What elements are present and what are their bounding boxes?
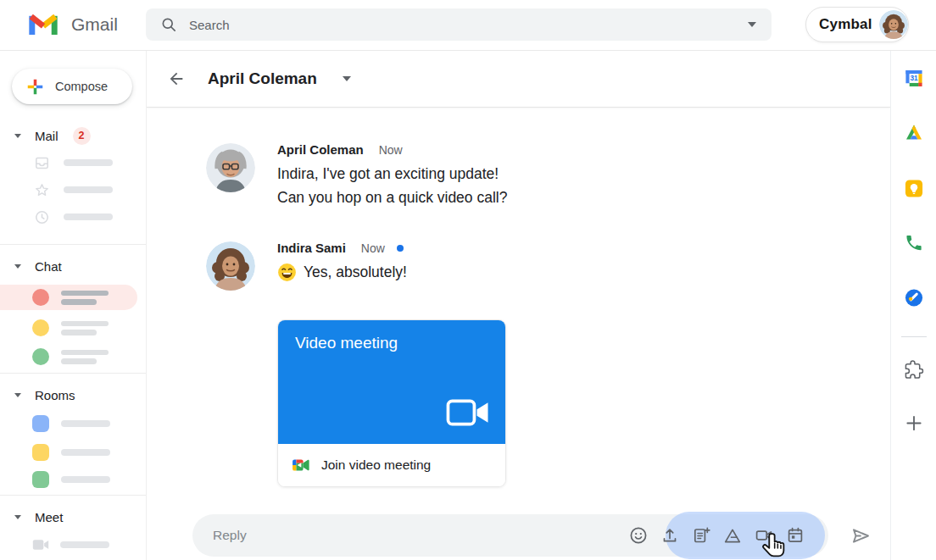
mail-folder-item[interactable] <box>34 180 146 199</box>
compose-plus-icon <box>26 78 44 96</box>
chat-conversation-item[interactable] <box>0 315 146 341</box>
chevron-down-icon[interactable] <box>14 264 21 269</box>
compose-label: Compose <box>55 80 108 93</box>
message-timestamp: Now <box>361 241 385 255</box>
skeleton-bar <box>61 420 110 427</box>
video-meeting-banner: Video meeting <box>278 320 505 444</box>
skeleton-bar <box>61 476 110 483</box>
drive-icon[interactable] <box>722 525 743 546</box>
conversation-caret-icon[interactable] <box>343 76 351 81</box>
skeleton-bar <box>61 291 109 297</box>
left-sidebar: Compose Mail 2 Chat <box>0 51 147 560</box>
join-video-meeting-button[interactable]: Join video meeting <box>278 444 505 486</box>
star-icon <box>34 182 50 198</box>
tasks-icon[interactable] <box>904 288 923 308</box>
drive-icon[interactable] <box>904 124 924 142</box>
avatar <box>206 143 255 192</box>
sidebar-divider <box>0 244 146 245</box>
avatar <box>32 348 49 365</box>
conversation-header: April Coleman <box>147 51 890 108</box>
reply-input[interactable] <box>213 514 484 557</box>
chat-message: April Coleman Now Indira, I've got an ex… <box>277 142 507 209</box>
upload-icon[interactable] <box>660 525 680 546</box>
skeleton-bar <box>61 330 97 335</box>
meet-section-label: Meet <box>35 510 63 524</box>
mail-section-label: Mail <box>35 129 58 143</box>
back-arrow-icon[interactable] <box>167 69 186 88</box>
avatar <box>32 319 49 336</box>
gmail-app-window: Gmail Cymbal Compose <box>0 0 936 560</box>
search-input[interactable] <box>189 18 748 32</box>
chevron-down-icon[interactable] <box>14 134 21 138</box>
mail-folder-item[interactable] <box>34 208 146 226</box>
skeleton-bar <box>61 299 97 305</box>
sidebar-section-meet[interactable]: Meet <box>0 507 146 526</box>
conversation-title: April Coleman <box>208 69 317 88</box>
chat-conversation-item[interactable] <box>0 344 146 369</box>
keep-icon[interactable] <box>904 179 923 198</box>
account-chip[interactable]: Cymbal <box>805 7 909 42</box>
addons-puzzle-icon[interactable] <box>904 360 923 380</box>
join-video-meeting-label: Join video meeting <box>321 457 431 473</box>
rail-divider <box>901 336 927 337</box>
call-icon[interactable] <box>904 233 923 252</box>
chat-conversation-item-selected[interactable] <box>0 285 137 310</box>
sidebar-section-rooms[interactable]: Rooms <box>0 385 146 404</box>
skeleton-bar <box>64 186 113 193</box>
brand-logo-text: Cymbal <box>819 16 872 33</box>
room-item[interactable] <box>0 415 146 432</box>
chat-section-label: Chat <box>35 259 62 274</box>
chevron-down-icon[interactable] <box>14 393 21 397</box>
room-avatar <box>32 471 49 488</box>
room-avatar <box>32 444 49 461</box>
skeleton-bar <box>61 350 109 356</box>
skeleton-bar <box>60 541 109 548</box>
video-meeting-title: Video meeting <box>295 334 398 352</box>
message-text-line: Can you hop on a quick video call? <box>277 186 507 210</box>
emoji-icon[interactable] <box>628 525 649 546</box>
skeleton-bar <box>61 358 97 364</box>
unread-dot <box>397 245 404 252</box>
gmail-logo-icon[interactable] <box>29 14 58 38</box>
send-button[interactable] <box>849 524 872 551</box>
calendar-icon[interactable] <box>785 525 805 546</box>
account-avatar[interactable] <box>879 10 908 39</box>
svg-text:31: 31 <box>910 75 918 82</box>
skeleton-bar <box>61 449 110 456</box>
note-add-icon[interactable] <box>691 525 711 546</box>
inbox-icon <box>34 155 50 171</box>
message-timestamp: Now <box>379 143 403 157</box>
meet-item[interactable] <box>0 536 146 553</box>
chat-message: Indira Sami Now Yes, absolutely! <box>277 241 407 285</box>
compose-button[interactable]: Compose <box>12 69 132 104</box>
google-meet-icon <box>292 456 310 474</box>
calendar-icon[interactable]: 31 <box>904 69 923 88</box>
avatar <box>206 241 255 291</box>
videocam-icon <box>446 396 490 433</box>
google-apps-side-rail: 31 <box>890 51 936 560</box>
sidebar-divider <box>0 495 146 496</box>
add-icon[interactable] <box>904 413 923 433</box>
sidebar-section-chat[interactable]: Chat <box>0 257 146 275</box>
mail-unread-badge: 2 <box>73 127 91 145</box>
skeleton-bar <box>64 213 113 220</box>
room-item[interactable] <box>0 471 146 488</box>
videocam-icon <box>32 538 49 552</box>
top-bar: Gmail Cymbal <box>0 0 936 51</box>
chevron-down-icon[interactable] <box>14 515 21 519</box>
skeleton-bar <box>64 159 113 166</box>
message-sender: Indira Sami <box>277 241 346 255</box>
videocam-icon[interactable] <box>754 525 774 546</box>
avatar <box>32 289 49 306</box>
room-avatar <box>32 415 49 432</box>
mail-folder-item[interactable] <box>34 153 146 172</box>
video-meeting-card[interactable]: Video meeting Join video meeting <box>277 319 506 487</box>
rooms-section-label: Rooms <box>35 388 75 402</box>
chat-main-panel: April Coleman April Coleman Now Indira, … <box>147 51 890 560</box>
reply-composer[interactable] <box>192 514 828 557</box>
sidebar-section-mail[interactable]: Mail 2 <box>0 126 146 145</box>
search-icon <box>160 16 177 33</box>
search-bar[interactable] <box>146 8 772 41</box>
room-item[interactable] <box>0 444 146 461</box>
search-options-caret-icon[interactable] <box>748 22 756 27</box>
